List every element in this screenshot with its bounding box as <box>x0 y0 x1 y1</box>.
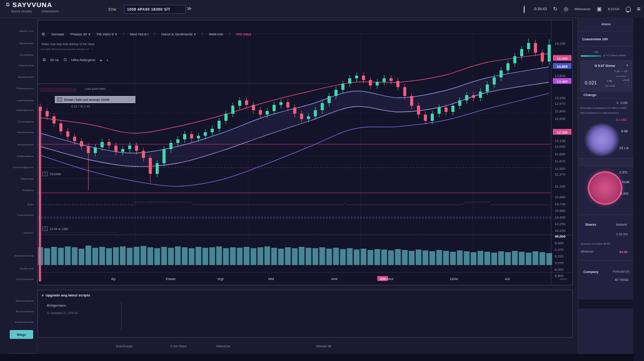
gauge2-value-3: 0.342 <box>620 192 629 196</box>
sidebar-item[interactable]: Capital view <box>19 267 34 270</box>
forecast-label[interactable]: Forecast (0) <box>613 270 629 273</box>
connection-label: Coassimba 190 <box>582 37 608 41</box>
sidebar-item[interactable]: Battletonsted <box>18 76 34 78</box>
refresh-icon[interactable]: ↻ <box>553 6 557 12</box>
svg-text:13,600: 13,600 <box>555 74 566 78</box>
svg-text:11,500: 11,500 <box>555 167 565 171</box>
svg-text:10,860: 10,860 <box>555 195 566 199</box>
shares-detail: Economic & number 45.4% <box>581 242 631 245</box>
sidebar-item[interactable]: Possessionum <box>16 87 34 90</box>
actions-label[interactable]: Actions <box>616 223 627 227</box>
indicator-icon: ◫ <box>42 172 48 176</box>
summary-card[interactable]: G 0.07 Grenu 4 4 dm — 18 teeerdam 0.021 … <box>581 61 632 92</box>
svg-text:10,250: 10,250 <box>555 222 566 226</box>
toolbar-item[interactable]: Genswe <box>51 32 64 36</box>
indicator-label-1[interactable]: ◫ 15.6498 <box>42 172 61 176</box>
sidebar-item[interactable]: Attentionsions <box>17 131 34 134</box>
sidebar-item[interactable]: Commissioned <box>16 278 34 280</box>
shares-label: Shares <box>585 223 596 227</box>
expand-icon[interactable]: ≫ <box>187 6 192 12</box>
sidebar-item[interactable]: Crearbuyword <box>17 214 34 216</box>
sidebar-action-button[interactable]: Wage <box>10 330 33 339</box>
toolbar-item[interactable]: Fib HetU 6 ∨ <box>97 32 117 36</box>
sidebar-item[interactable]: Businessarend <box>16 310 34 313</box>
indicator-label-2[interactable]: ◫ 13.45 w 1382 <box>42 227 68 231</box>
indicator-value: 13.45 w 1382 <box>50 227 68 230</box>
toolbar-item[interactable]: Hanoi & Sentiments ∨ <box>154 32 196 36</box>
change-label: Change <box>583 93 596 97</box>
toolbar-live-item[interactable]: IVO sites <box>230 32 251 36</box>
card-row1: 4 dm — 18 <box>614 70 627 73</box>
bottom-strip <box>0 354 644 361</box>
whenever-label[interactable]: Whenever <box>575 7 590 11</box>
sidebar-item[interactable]: Christmaserie <box>17 120 34 123</box>
price-chart-svg[interactable]: 14,33013,60013,10012,97012,80012,63012,1… <box>38 20 572 285</box>
sidebar-item[interactable]: Mayorniest <box>21 177 34 180</box>
sidebar-item[interactable]: Administrations <box>15 300 34 302</box>
minimum-value: $4.00 <box>619 250 628 254</box>
symbol-search-input[interactable] <box>124 5 186 14</box>
footer-item[interactable]: Videos/cal <box>216 345 230 348</box>
grid-icon[interactable]: ⊞ <box>42 32 45 36</box>
svg-text:11,670: 11,670 <box>555 159 565 163</box>
toolbar-item[interactable]: Phases 30 ∨ <box>70 32 91 36</box>
bell-icon[interactable] <box>626 7 631 12</box>
ratio-label: E21S/0 <box>608 7 620 11</box>
footer-item[interactable]: AutoGroups <box>116 345 132 348</box>
svg-text:11,830: 11,830 <box>555 152 565 156</box>
target-icon[interactable]: ◎ <box>564 6 568 12</box>
top-header: G SAYVVUNA Sunni orcads Odenshem Enw ≫ 0… <box>0 0 644 18</box>
svg-text:12,800: 12,800 <box>555 109 566 113</box>
sidebar-item[interactable]: Bestpreferred <box>18 143 34 146</box>
svg-text:Aml: Aml <box>331 277 337 281</box>
scripts-panel-header[interactable]: ∨Upgrade ang latest scripts <box>42 293 90 297</box>
sidebar-item[interactable]: Sofbitters <box>23 189 34 192</box>
script-name[interactable]: Bridgemann <box>47 303 66 307</box>
shares-value: 0 04.5% <box>616 233 628 236</box>
time-axis[interactable]: ApElwanVrglMidAml10MWed18JleAJlJJ/GO <box>111 276 567 281</box>
sidebar-item[interactable]: Commonagement <box>12 166 34 169</box>
interval-label[interactable]: 60 us <box>50 58 59 62</box>
svg-text:8,920: 8,920 <box>555 268 564 272</box>
card-minitable: +49.28 – – – – – – <box>618 79 629 87</box>
brand-logo: SAYVVUNA <box>12 1 52 8</box>
sidebar-item[interactable]: Leanneshores <box>17 99 34 102</box>
sidebar-item[interactable]: Evan <box>27 203 34 206</box>
sidebar-item[interactable]: Advanced boost <box>15 254 34 257</box>
apps-icon[interactable]: ▣ <box>597 6 602 12</box>
svg-text:40,000: 40,000 <box>555 234 566 238</box>
sidebar-item[interactable]: Adestin com <box>19 30 34 32</box>
toolbar-item[interactable]: AMA Info <box>202 32 223 36</box>
sidebar-item[interactable]: Harrison <box>23 231 34 234</box>
nav-item-1[interactable]: Sunni orcads <box>11 9 32 13</box>
sidebar-item[interactable]: Ordonationism <box>16 109 34 111</box>
sidebar-item[interactable]: Collaborations <box>17 155 34 157</box>
footer-item[interactable]: Moreau 08 <box>316 345 331 348</box>
svg-text:9,520: 9,520 <box>555 241 564 245</box>
drawing-tooltip[interactable]: Ni Dread | Safe-out wrongs 12345 <box>55 96 135 103</box>
dot-icon: ● <box>106 58 108 61</box>
sidebar-item[interactable]: Ganthenarm <box>19 42 34 45</box>
toolbar-item[interactable]: Med Hid A.I <box>123 32 148 36</box>
sidebar-item[interactable]: Garretts And <box>19 64 34 67</box>
interval-row: ⊞ 60 us ⊡ Ultra Astergeon ◆ ● <box>42 58 108 62</box>
paragraph-1: Donerstad is breakdown 972 When 5,4915 <box>580 107 632 109</box>
symbol-desc-line1: Make how way that startup of the have <box>42 42 95 46</box>
sidebar-item[interactable]: Competitive <box>19 54 34 56</box>
pink-metric: 3 1.002 <box>616 118 627 122</box>
indicator-value: 15.6498 <box>50 173 61 176</box>
box-icon[interactable]: ⊡ <box>63 58 67 62</box>
menu-icon[interactable]: ≡ <box>637 5 640 12</box>
card-mid2: G2 1192 <box>605 84 615 87</box>
price-axis[interactable]: 14,33013,60013,10012,97012,80012,63012,1… <box>553 42 571 278</box>
user-icon[interactable] <box>524 6 528 12</box>
legend-note: ▲ 4.0 Gramm assets <box>603 54 626 57</box>
footer-item[interactable]: 0 /4m Szam <box>170 345 187 348</box>
gauge1-value-2: 23 1.6 <box>619 146 629 150</box>
collapsed-section[interactable] <box>578 300 634 308</box>
legend-sparkline <box>581 55 601 57</box>
grid-icon[interactable]: ⊞ <box>42 58 46 62</box>
nav-item-2[interactable]: Odenshem <box>42 9 59 13</box>
study-label[interactable]: Ultra Astergeon <box>71 58 96 62</box>
sidebar-item[interactable]: Dividendsments <box>15 321 34 323</box>
